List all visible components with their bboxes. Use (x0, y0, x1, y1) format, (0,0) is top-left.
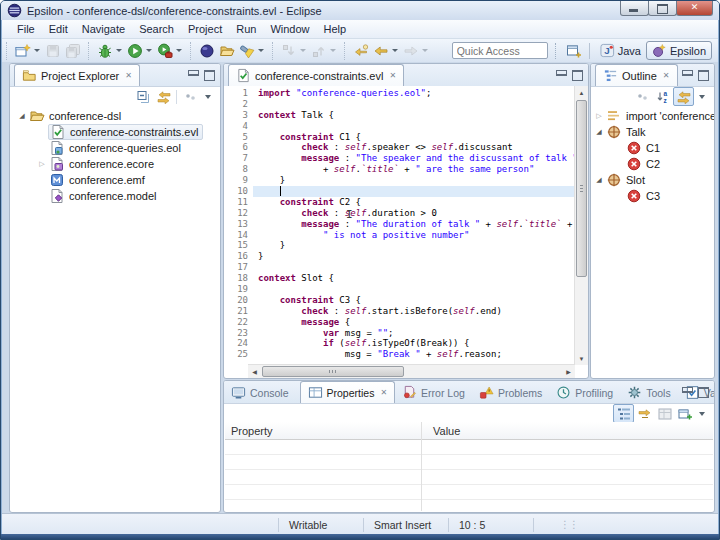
tree-item-c2[interactable]: C2 (591, 156, 714, 172)
close-tab-icon[interactable]: ✕ (389, 71, 396, 80)
code-line-11[interactable]: 11 constraint C2 { (224, 197, 575, 208)
tree-item-import-conference-q[interactable]: ▷import 'conference-q (591, 108, 714, 124)
tab-problems[interactable]: Problems (472, 382, 549, 403)
scrollbar-thumb[interactable] (576, 100, 587, 277)
maximize-view-button[interactable] (695, 67, 711, 81)
tree-item-conference-emf[interactable]: conference.emf (10, 172, 220, 188)
previous-annotation-button-dropdown[interactable] (330, 49, 336, 52)
maximize-view-button[interactable] (695, 384, 711, 398)
menu-window[interactable]: Window (263, 21, 316, 37)
menu-help[interactable]: Help (317, 21, 354, 37)
code-line-3[interactable]: 3context Talk { (224, 110, 575, 121)
back-button[interactable] (372, 42, 390, 60)
tree-item-conference-queries-eol[interactable]: conference-queries.eol (10, 140, 220, 156)
maximize-button[interactable] (648, 1, 677, 16)
menu-run[interactable]: Run (229, 21, 263, 37)
editor-horizontal-scrollbar[interactable]: ◀ ▶ (248, 364, 575, 378)
tree-item-conference-model[interactable]: conference.model (10, 188, 220, 204)
code-line-21[interactable]: 21 check : self.start.isBefore(self.end) (224, 306, 575, 317)
tab-error-log[interactable]: Error Log (395, 382, 472, 403)
menu-edit[interactable]: Edit (42, 21, 75, 37)
scroll-left-icon[interactable]: ◀ (248, 365, 261, 378)
code-line-5[interactable]: 5 constraint C1 { (224, 132, 575, 143)
code-line-8[interactable]: 8 + self.`title` + " are the same person… (224, 164, 575, 175)
perspective-epsilon-button[interactable]: Epsilon (646, 41, 712, 60)
menu-search[interactable]: Search (132, 21, 181, 37)
expander-collapsed-icon[interactable]: ▷ (593, 112, 605, 120)
code-line-23[interactable]: 23 var msg = ""; (224, 328, 575, 339)
collapse-all-button[interactable] (134, 88, 153, 105)
code-line-4[interactable]: 4 (224, 121, 575, 132)
close-tab-icon[interactable]: ✕ (380, 388, 387, 397)
code-line-24[interactable]: 24 if (self.isTypeOf(Break)) { (224, 338, 575, 349)
run-button[interactable] (126, 42, 144, 60)
minimize-button[interactable] (620, 1, 649, 16)
external-tools-button-dropdown[interactable] (176, 49, 182, 52)
tab-properties[interactable]: Properties✕ (300, 381, 396, 403)
code-line-19[interactable]: 19 (224, 284, 575, 295)
new-property-button[interactable] (675, 405, 694, 422)
maximize-view-button[interactable] (569, 67, 585, 81)
code-line-12[interactable]: 12 check : self.duration > 0 (224, 208, 575, 219)
tab-editor-conference-constraints[interactable]: conference-constraints.evl ✕ (228, 64, 404, 86)
last-edit-location-button[interactable] (352, 42, 370, 60)
menu-navigate[interactable]: Navigate (75, 21, 132, 37)
view-menu-button[interactable] (699, 412, 705, 416)
tab-console[interactable]: Console (224, 382, 296, 403)
column-header-value[interactable]: Value (427, 425, 460, 437)
expander-expanded-icon[interactable]: ◢ (16, 112, 28, 120)
code-line-20[interactable]: 20 constraint C3 { (224, 295, 575, 306)
code-line-13[interactable]: 13 message : "The duration of talk " + s… (224, 219, 575, 230)
focus-button[interactable] (633, 88, 652, 105)
minimize-view-button[interactable] (185, 67, 201, 81)
tab-project-explorer[interactable]: Project Explorer ✕ (14, 64, 140, 86)
expander-collapsed-icon[interactable]: ▷ (36, 160, 48, 168)
tree-item-conference-ecore[interactable]: ▷conference.ecore (10, 156, 220, 172)
debug-button-dropdown[interactable] (116, 49, 122, 52)
forward-button-dropdown[interactable] (422, 49, 428, 52)
link-with-editor-button[interactable] (673, 87, 694, 106)
tab-profiling[interactable]: Profiling (549, 382, 620, 403)
minimize-view-button[interactable] (553, 67, 569, 81)
show-tree-button[interactable] (613, 404, 634, 423)
scroll-up-icon[interactable]: ▲ (575, 86, 588, 99)
menu-project[interactable]: Project (181, 21, 229, 37)
column-divider[interactable] (421, 422, 422, 511)
view-menu-button[interactable] (699, 95, 705, 99)
scroll-right-icon[interactable]: ▶ (562, 365, 575, 378)
epsilon-tools-button[interactable] (198, 42, 216, 60)
tree-item-slot[interactable]: ◢Slot (591, 172, 714, 188)
perspective-java-button[interactable]: JJava (595, 42, 646, 59)
scrollbar-thumb[interactable] (262, 366, 404, 377)
external-tools-button[interactable] (156, 42, 174, 60)
minimize-view-button[interactable] (679, 384, 695, 398)
new-button-dropdown[interactable] (34, 49, 40, 52)
code-line-22[interactable]: 22 message { (224, 317, 575, 328)
code-line-16[interactable]: 16} (224, 251, 575, 262)
run-button-dropdown[interactable] (146, 49, 152, 52)
close-button[interactable] (676, 1, 713, 16)
tree-item-conference-constraints-evl[interactable]: conference-constraints.evl (10, 124, 220, 140)
editor-vertical-scrollbar[interactable]: ▲ ▼ (574, 86, 588, 365)
debug-button[interactable] (96, 42, 114, 60)
column-header-property[interactable]: Property (225, 425, 427, 437)
new-button[interactable] (14, 42, 32, 60)
sort-button[interactable]: az (653, 88, 672, 105)
back-button-dropdown[interactable] (392, 49, 398, 52)
expander-expanded-icon[interactable]: ◢ (593, 176, 605, 184)
open-folder-button[interactable] (218, 42, 236, 60)
code-line-17[interactable]: 17 (224, 262, 575, 273)
tree-item-conference-dsl[interactable]: ◢conference-dsl (10, 108, 220, 124)
tab-outline[interactable]: Outline ✕ (595, 64, 678, 86)
restore-default-button[interactable] (635, 405, 654, 422)
maximize-view-button[interactable] (201, 67, 217, 81)
code-line-9[interactable]: 9 } (224, 175, 575, 186)
code-line-7[interactable]: 7 message : "The speaker and the discuss… (224, 153, 575, 164)
tree-item-c1[interactable]: C1 (591, 140, 714, 156)
code-line-18[interactable]: 18context Slot { (224, 273, 575, 284)
tab-tools[interactable]: Tools (620, 382, 678, 403)
code-line-25[interactable]: 25 msg = "Break " + self.reason; (224, 349, 575, 360)
open-perspective-button[interactable] (565, 42, 583, 60)
code-line-15[interactable]: 15 } (224, 240, 575, 251)
minimize-view-button[interactable] (679, 67, 695, 81)
